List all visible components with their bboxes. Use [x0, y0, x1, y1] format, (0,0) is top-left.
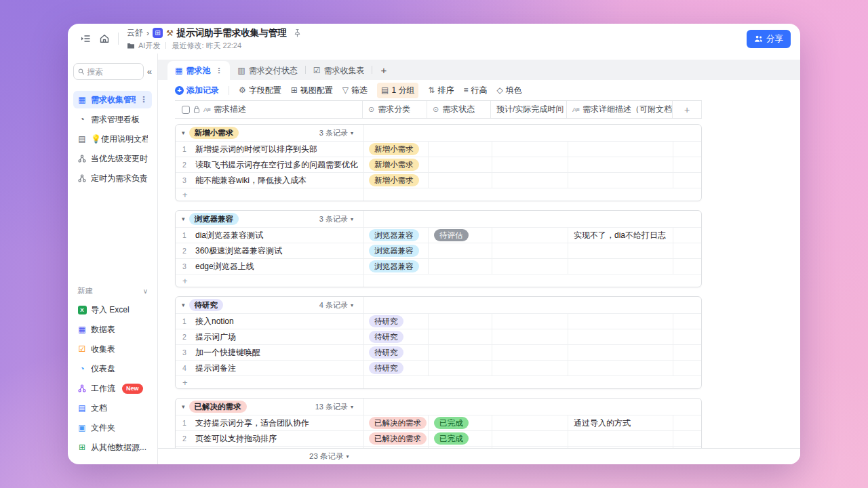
- create-dashboard[interactable]: ◔ 仪表盘: [73, 360, 152, 378]
- collapse-caret-icon[interactable]: ▾: [182, 403, 185, 410]
- record-count-dropdown[interactable]: 23 条记录 ▾: [158, 451, 349, 462]
- field-config-button[interactable]: ⚙ 字段配置: [239, 85, 281, 96]
- group-record-count[interactable]: 3 条记录▾: [291, 128, 353, 138]
- cell-time[interactable]: [492, 415, 568, 430]
- cell-detail[interactable]: [568, 142, 673, 157]
- cell-detail[interactable]: [568, 243, 673, 258]
- cell-detail[interactable]: [568, 157, 673, 172]
- group-record-count[interactable]: 3 条记录▾: [291, 214, 353, 224]
- cell-time[interactable]: [492, 173, 568, 188]
- table-row[interactable]: 1接入notion待研究: [176, 313, 701, 329]
- add-record-button[interactable]: + 添加记录: [175, 85, 219, 96]
- select-all-checkbox[interactable]: [182, 106, 190, 114]
- add-row-button[interactable]: +: [176, 274, 701, 287]
- sidebar-item-usage-doc[interactable]: ▤ 💡使用说明文档: [73, 130, 152, 148]
- table-row[interactable]: 4提示词备注待研究: [176, 360, 701, 375]
- table-row[interactable]: 2读取飞书提示词存在空行过多的问题需要优化新增小需求: [176, 157, 701, 172]
- cell-status[interactable]: [428, 329, 492, 344]
- add-table-button[interactable]: +: [372, 64, 395, 76]
- tab-delivery-status[interactable]: ▥ 需求交付状态: [230, 61, 304, 80]
- cell-detail[interactable]: [568, 361, 673, 375]
- home-icon[interactable]: [99, 33, 110, 44]
- collapse-caret-icon[interactable]: ▾: [182, 129, 185, 136]
- cell-description[interactable]: 3能不能兼容wiki，降低接入成本: [176, 173, 363, 188]
- cell-status[interactable]: [428, 142, 492, 157]
- table-row[interactable]: 1支持提示词分享，适合团队协作已解决的需求已完成通过导入的方式: [176, 415, 701, 430]
- table-row[interactable]: 2360极速浏览器兼容测试浏览器兼容: [176, 243, 701, 258]
- cell-detail[interactable]: 通过导入的方式: [568, 415, 673, 430]
- cell-detail[interactable]: [568, 329, 673, 344]
- cell-detail[interactable]: [568, 173, 673, 188]
- collapse-caret-icon[interactable]: ▾: [182, 216, 185, 222]
- group-button[interactable]: ▤ 1 分组: [377, 83, 418, 98]
- table-row[interactable]: 3edge浏览器上线浏览器兼容: [176, 258, 701, 274]
- fill-color-button[interactable]: ◇ 填色: [497, 85, 522, 96]
- cell-description[interactable]: 2360极速浏览器兼容测试: [176, 243, 363, 258]
- cell-description[interactable]: 1支持提示词分享，适合团队协作: [176, 415, 363, 430]
- cell-time[interactable]: [492, 157, 568, 172]
- cell-status[interactable]: 已完成: [428, 431, 492, 446]
- cell-detail[interactable]: [568, 259, 673, 274]
- group-record-count[interactable]: 4 条记录▾: [291, 300, 353, 310]
- cell-description[interactable]: 1dia浏览器兼容测试: [176, 228, 363, 243]
- more-icon[interactable]: ⋮: [140, 95, 148, 104]
- row-height-button[interactable]: ≡ 行高: [463, 85, 487, 96]
- cell-time[interactable]: [492, 228, 568, 243]
- create-workflow[interactable]: 工作流 New: [73, 380, 152, 397]
- cell-status[interactable]: [428, 345, 492, 360]
- sidebar-item-requirement-dashboard[interactable]: ◔ 需求管理看板: [73, 110, 152, 128]
- add-row-button[interactable]: +: [176, 188, 701, 201]
- cell-category[interactable]: 新增小需求: [363, 157, 428, 172]
- cell-category[interactable]: 待研究: [363, 314, 428, 329]
- cell-category[interactable]: 已解决的需求: [363, 431, 428, 446]
- tab-collection-form[interactable]: ☑ 需求收集表: [306, 61, 372, 80]
- cell-time[interactable]: [492, 314, 568, 329]
- column-header-detail[interactable]: A≡ 需求详细描述（可附文档）: [567, 101, 673, 118]
- chevron-down-icon[interactable]: ∨: [143, 287, 148, 295]
- sidebar-toggle-icon[interactable]: [80, 33, 91, 44]
- cell-status[interactable]: [428, 173, 492, 188]
- cell-description[interactable]: 2提示词广场: [176, 329, 363, 344]
- cell-category[interactable]: 待研究: [363, 361, 428, 375]
- group-header[interactable]: ▾新增小需求3 条记录▾: [176, 125, 701, 141]
- collapse-caret-icon[interactable]: ▾: [182, 302, 185, 308]
- cell-time[interactable]: [492, 431, 568, 446]
- pin-icon[interactable]: [293, 28, 302, 37]
- column-header-category[interactable]: ⊙ 需求分类: [363, 101, 427, 118]
- cell-detail[interactable]: [568, 431, 673, 446]
- cell-time[interactable]: [492, 243, 568, 258]
- cell-time[interactable]: [492, 259, 568, 274]
- cell-time[interactable]: [492, 361, 568, 375]
- collapse-sidebar-icon[interactable]: «: [147, 66, 152, 77]
- group-header[interactable]: ▾浏览器兼容3 条记录▾: [176, 211, 701, 227]
- cell-category[interactable]: 浏览器兼容: [363, 228, 428, 243]
- create-other-datasource[interactable]: ⊞ 从其他数据源...: [73, 439, 152, 456]
- cell-category[interactable]: 待研究: [363, 329, 428, 344]
- cell-status[interactable]: [428, 314, 492, 329]
- create-folder[interactable]: ▣ 文件夹: [73, 419, 152, 436]
- sidebar-item-automation-priority[interactable]: 当优先级变更时，...: [73, 150, 152, 167]
- cell-category[interactable]: 已解决的需求: [363, 415, 428, 430]
- table-row[interactable]: 3能不能兼容wiki，降低接入成本新增小需求: [176, 172, 701, 188]
- search-input[interactable]: [87, 67, 138, 77]
- create-import-excel[interactable]: X 导入 Excel: [73, 301, 152, 319]
- tab-more-icon[interactable]: ⋮: [215, 66, 222, 75]
- cell-time[interactable]: [492, 329, 568, 344]
- cell-status[interactable]: [428, 243, 492, 258]
- add-column-button[interactable]: +: [673, 101, 702, 118]
- sidebar-item-automation-schedule[interactable]: 定时为需求负责人...: [73, 169, 152, 187]
- cell-status[interactable]: 已完成: [428, 415, 492, 430]
- cell-detail[interactable]: 实现不了，dia不给打日志: [568, 228, 673, 243]
- table-row[interactable]: 1新增提示词的时候可以排序到头部新增小需求: [176, 141, 701, 157]
- group-header[interactable]: ▾待研究4 条记录▾: [176, 297, 701, 313]
- cell-time[interactable]: [492, 142, 568, 157]
- column-header-description[interactable]: A≡ 需求描述: [175, 101, 363, 118]
- folder-name[interactable]: AI开发: [138, 41, 160, 51]
- cell-detail[interactable]: [568, 314, 673, 329]
- cell-description[interactable]: 2页签可以支持拖动排序: [176, 431, 363, 446]
- cell-time[interactable]: [492, 345, 568, 360]
- cell-status[interactable]: [428, 361, 492, 375]
- cell-category[interactable]: 新增小需求: [363, 173, 428, 188]
- cell-category[interactable]: 新增小需求: [363, 142, 428, 157]
- cell-detail[interactable]: [568, 345, 673, 360]
